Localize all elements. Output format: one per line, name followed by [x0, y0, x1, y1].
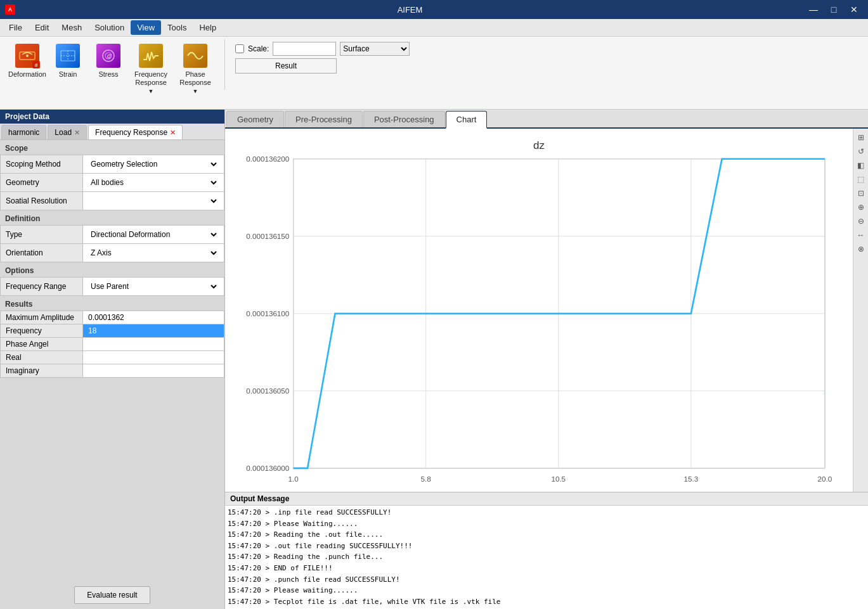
rt-btn-4[interactable]: ⬚ [855, 173, 867, 186]
scope-table: Scoping Method Geometry Selection Geomet… [0, 155, 224, 210]
svg-text:σ: σ [107, 53, 112, 60]
rt-btn-5[interactable]: ⊡ [855, 187, 867, 200]
strain-button[interactable]: Strain [48, 39, 87, 90]
rt-btn-3[interactable]: ◧ [855, 159, 867, 172]
tab-pre-processing[interactable]: Pre-Processing [285, 111, 363, 127]
spatial-row: Soatial Resolution [1, 192, 224, 210]
tab-geometry[interactable]: Geometry [226, 111, 284, 127]
phase-angel-input[interactable] [88, 340, 219, 349]
phase-angel-cell [83, 338, 224, 351]
close-button[interactable]: ✕ [845, 3, 863, 16]
stress-label: Stress [98, 70, 118, 79]
phase-label: PhaseResponse [179, 70, 211, 87]
definition-table: Type Directional Deformation Orientation… [0, 225, 224, 262]
tab-load[interactable]: Load ✕ [48, 125, 87, 139]
left-content: Scope Scoping Method Geometry Selection … [0, 140, 224, 581]
tab-freq-close[interactable]: ✕ [170, 129, 176, 137]
tab-frequency-response[interactable]: Frequency Response ✕ [88, 125, 183, 139]
menu-solution[interactable]: Solution [88, 20, 131, 35]
menubar: File Edit Mesh Solution View Tools Help [0, 19, 868, 37]
output-msg-9: 15:47:20 > Tecplot file is .dat file, wh… [228, 596, 865, 608]
results-table: Maximum Amplitude Frequency Phase Angel [0, 311, 224, 378]
output-msg-3: 15:47:20 > Reading the .out file..... [228, 529, 865, 541]
view-tabs: Geometry Pre-Processing Post-Processing … [225, 110, 868, 129]
rt-btn-2[interactable]: ↺ [855, 145, 867, 158]
strain-label: Strain [59, 70, 77, 79]
result-button[interactable]: Result [235, 58, 337, 74]
toolbar-main-group: d Deformation Strain [5, 39, 219, 98]
deformation-button[interactable]: d Deformation [8, 39, 47, 90]
frequency-input[interactable] [88, 326, 219, 335]
main-area: Project Data harmonic Load ✕ Frequency R… [0, 110, 868, 609]
menu-edit[interactable]: Edit [29, 20, 55, 35]
output-msg-7: 15:47:20 > .punch file read SUCCESSFULLY… [228, 574, 865, 586]
surface-select[interactable]: Surface [340, 42, 410, 56]
max-amp-input[interactable] [88, 313, 219, 322]
scale-input[interactable] [273, 42, 336, 56]
geometry-label: Geometry [1, 174, 83, 192]
frequency-row: Frequency [1, 324, 224, 338]
tab-post-processing[interactable]: Post-Processing [363, 111, 445, 127]
stress-icon: σ [95, 42, 122, 69]
real-input[interactable] [88, 353, 219, 362]
frequency-cell [83, 324, 224, 338]
frequency-icon [138, 42, 164, 69]
menu-view[interactable]: View [131, 20, 161, 35]
output-msg-8: 15:47:20 > Please waiting...... [228, 585, 865, 596]
imaginary-cell [83, 364, 224, 378]
tab-freq-label: Frequency Response [95, 128, 167, 137]
rt-btn-7[interactable]: ⊖ [855, 215, 867, 228]
stress-button[interactable]: σ Stress [89, 39, 128, 90]
chart-with-toolbar: dz 0.000136200 0.00013 [225, 129, 868, 492]
deformation-icon: d [14, 42, 41, 69]
rt-btn-9[interactable]: ⊗ [855, 243, 867, 255]
tab-harmonic[interactable]: harmonic [1, 125, 46, 139]
frequency-dropdown-arrow: ▼ [148, 88, 154, 94]
evaluate-button[interactable]: Evaluate result [74, 586, 150, 604]
project-header: Project Data [0, 110, 224, 124]
toolbar: d Deformation Strain [0, 37, 868, 110]
scale-section: Scale: Surface Result [230, 39, 415, 76]
output-msg-4: 15:47:20 > .out file reading SUCCESSFULL… [228, 541, 865, 552]
max-amp-row: Maximum Amplitude [1, 311, 224, 324]
rt-btn-1[interactable]: ⊞ [855, 131, 867, 144]
real-label: Real [1, 351, 83, 364]
menu-file[interactable]: File [3, 20, 29, 35]
orientation-select[interactable]: Z Axis [88, 246, 219, 260]
geometry-row: Geometry All bodies [1, 174, 224, 192]
menu-mesh[interactable]: Mesh [55, 20, 88, 35]
menu-tools[interactable]: Tools [161, 20, 193, 35]
menu-help[interactable]: Help [193, 20, 223, 35]
spatial-select[interactable] [88, 194, 219, 208]
output-msg-1: 15:47:20 > .inp file read SUCCESSFULLY! [228, 507, 865, 518]
rt-btn-6[interactable]: ⊕ [855, 201, 867, 214]
output-header: Output Message [225, 492, 868, 506]
geometry-cell: All bodies [83, 174, 224, 192]
rt-btn-8[interactable]: ↔ [855, 229, 867, 241]
minimize-button[interactable]: — [805, 3, 822, 16]
scoping-method-select[interactable]: Geometry Selection [88, 157, 219, 171]
tab-harmonic-label: harmonic [8, 128, 39, 137]
maximize-button[interactable]: □ [825, 3, 843, 16]
scale-checkbox[interactable] [235, 44, 244, 53]
spatial-cell [83, 192, 224, 210]
geometry-select[interactable]: All bodies [88, 176, 219, 189]
evaluate-btn-row: Evaluate result [0, 581, 224, 609]
strain-icon [55, 42, 81, 69]
scale-label: Scale: [248, 44, 269, 53]
tab-chart[interactable]: Chart [446, 111, 488, 129]
output-msg-5: 15:47:20 > Reading the .punch file... [228, 551, 865, 563]
output-messages[interactable]: 15:47:20 > .inp file read SUCCESSFULLY! … [225, 506, 868, 609]
orientation-label: Orientation [1, 244, 83, 262]
tab-load-close[interactable]: ✕ [74, 129, 80, 137]
phase-icon [182, 42, 209, 69]
max-amp-cell [83, 311, 224, 324]
right-panel: Geometry Pre-Processing Post-Processing … [225, 110, 868, 609]
phase-response-button[interactable]: PhaseResponse ▼ [174, 39, 217, 98]
frequency-response-button[interactable]: FrequencyResponse ▼ [129, 39, 172, 98]
options-header: Options [0, 262, 224, 277]
real-row: Real [1, 351, 224, 364]
imaginary-input[interactable] [88, 366, 219, 375]
type-select[interactable]: Directional Deformation [88, 228, 219, 241]
freq-range-select[interactable]: Use Parent [88, 279, 219, 293]
